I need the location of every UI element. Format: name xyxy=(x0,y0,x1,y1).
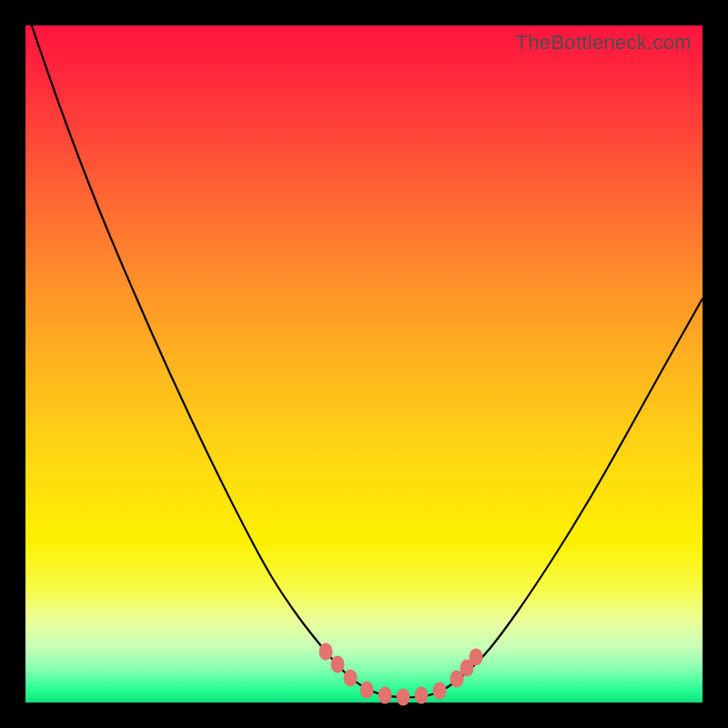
data-marker xyxy=(470,649,483,666)
data-marker xyxy=(331,656,345,673)
data-marker xyxy=(433,682,447,700)
data-marker xyxy=(344,670,358,687)
green-band xyxy=(25,700,703,703)
bottleneck-curve xyxy=(25,7,703,697)
data-marker xyxy=(319,643,333,661)
chart-frame: TheBottleneck.com xyxy=(0,0,728,728)
data-marker xyxy=(360,682,374,699)
curve-layer xyxy=(25,25,703,703)
data-marker xyxy=(397,689,410,706)
marker-group xyxy=(319,643,483,706)
plot-area: TheBottleneck.com xyxy=(25,25,703,703)
